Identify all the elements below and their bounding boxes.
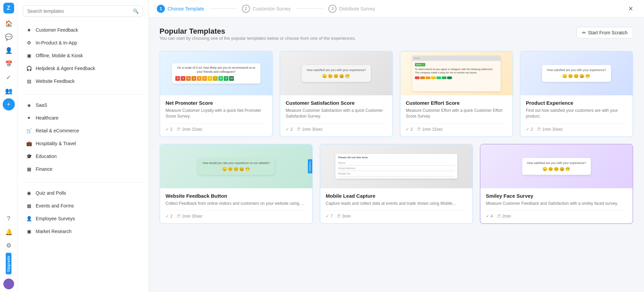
card-title-px: Product Experience xyxy=(526,100,627,106)
sidebar-divider-1 xyxy=(23,94,143,95)
finance-icon: ▦ xyxy=(26,166,32,172)
sidebar-item-offline-mobile[interactable]: ▣ Offline, Mobile & Kiosk xyxy=(23,49,143,62)
meta-questions-px: ✓ 2 xyxy=(526,127,533,132)
step-1-number: 1 xyxy=(157,5,165,13)
upgrade-badge[interactable]: Upgrade xyxy=(6,253,11,274)
sidebar-item-website[interactable]: ▤ Website Feedback xyxy=(23,75,143,88)
meta-time-csat: ⏱ 1min 30sec xyxy=(297,127,323,132)
wizard-step-3[interactable]: 3 Distribute Survey xyxy=(328,5,375,13)
sidebar-item-label: Hospitality & Travel xyxy=(36,141,76,146)
check-icon: ✓ xyxy=(166,214,169,219)
meta-questions-wfb: ✓ 2 xyxy=(166,214,173,219)
template-card-ces[interactable]: Inbox ✓ To what extend do you agree or d… xyxy=(400,51,513,137)
sidebar-item-label: Market Research xyxy=(36,229,72,234)
sidebar-item-customer-feedback[interactable]: ★ Customer Feedback xyxy=(23,24,143,36)
close-button[interactable]: ✕ xyxy=(625,3,636,14)
card-body-nps: Net Promoter Score Measure Customer Loya… xyxy=(160,95,272,136)
use-cases-section: ◉ Quiz and Polls ▦ Events and Forms 👤 Em… xyxy=(23,187,143,238)
nav-calendar-icon[interactable]: 📅 xyxy=(3,58,15,70)
industries-section: ◈ SaaS ✦ Healthcare 🛒 Retail & eCommerce… xyxy=(23,99,143,175)
sidebar-item-retail[interactable]: 🛒 Retail & eCommerce xyxy=(23,124,143,137)
content-title: Popular Templates xyxy=(159,27,356,36)
nav-bell-icon[interactable]: 🔔 xyxy=(3,226,15,238)
nav-home-icon[interactable]: 🏠 xyxy=(3,18,15,30)
template-card-nps[interactable]: On a scale of 0-10, how likely are you t… xyxy=(159,51,273,137)
card-preview-sfs: How satisfied are you with your experien… xyxy=(480,144,633,188)
wizard-step-2[interactable]: 2 Customize Survey xyxy=(242,5,291,13)
sidebar-item-education[interactable]: 🎓 Education xyxy=(23,150,143,163)
nav-plus-icon[interactable]: + xyxy=(3,98,15,110)
time-value: 3min xyxy=(342,214,351,219)
check-icon: ✓ xyxy=(166,127,169,132)
app-logo[interactable]: Z xyxy=(3,3,14,13)
template-card-mlc[interactable]: Please fill out this form Name Email Add… xyxy=(320,144,473,224)
sidebar-item-helpdesk[interactable]: 🎧 Helpdesk & Agent Feedback xyxy=(23,62,143,75)
sidebar-item-label: Healthcare xyxy=(36,115,59,121)
website-icon: ▤ xyxy=(26,78,32,85)
app-navigation: Z 🏠 💬 👤 📅 ✓ 👥 + ? 🔔 ⚙ Upgrade xyxy=(0,0,17,292)
time-value: 2min xyxy=(502,214,511,219)
questions-count: 2 xyxy=(290,127,293,132)
feedback-tab: Feedback xyxy=(308,159,312,173)
card-body-wfb: Website Feedback Button Collect Feedback… xyxy=(160,188,312,224)
nav-check-icon[interactable]: ✓ xyxy=(3,71,15,84)
time-value: 1min 30sec xyxy=(302,127,323,132)
px-preview-text: How satisfied are you with your experien… xyxy=(547,68,606,72)
template-card-wfb[interactable]: How would you rate your experience on ou… xyxy=(159,144,313,224)
nps-scale: 0 1 2 3 4 5 6 7 8 9 10 xyxy=(175,76,257,81)
questions-count: 4 xyxy=(491,214,493,219)
sidebar-item-quiz-polls[interactable]: ◉ Quiz and Polls xyxy=(23,187,143,199)
check-icon: ✓ xyxy=(526,127,529,132)
meta-questions-sfs: ✓ 4 xyxy=(486,214,493,219)
sidebar-item-saas[interactable]: ◈ SaaS xyxy=(23,99,143,111)
sidebar-item-hospitality[interactable]: 💼 Hospitality & Travel xyxy=(23,137,143,150)
card-preview-wfb: How would you rate your experience on ou… xyxy=(160,144,312,188)
clock-icon: ⏱ xyxy=(337,214,341,219)
card-meta-ces: ✓ 2 ⏱ 1min 15sec xyxy=(406,123,507,132)
sidebar-item-label: In-Product & In-App xyxy=(36,40,77,45)
sidebar-item-label: Quiz and Polls xyxy=(36,190,66,196)
csat-emojis: 😞😐😊😀😁 xyxy=(307,74,366,78)
sfs-emojis: 😞😐😊😀😁 xyxy=(527,167,586,171)
nav-settings-icon[interactable]: ⚙ xyxy=(3,239,15,252)
template-card-px[interactable]: How satisfied are you with your experien… xyxy=(520,51,633,137)
start-scratch-label: Start From Scratch xyxy=(588,30,628,35)
nav-group-icon[interactable]: 👥 xyxy=(3,85,15,97)
user-avatar[interactable] xyxy=(3,279,14,289)
meta-time-px: ⏱ 1min 30sec xyxy=(537,127,563,132)
kiosk-icon: ▣ xyxy=(26,52,32,59)
search-box[interactable]: 🔍 xyxy=(23,5,143,17)
card-desc-mlc: Capture leads and collect data at events… xyxy=(326,201,467,206)
form-field-mobile: Mobile No. xyxy=(338,171,455,176)
sidebar-item-label: Events and Forms xyxy=(36,203,74,208)
nav-help-icon[interactable]: ? xyxy=(3,213,15,225)
nps-preview-text: On a scale of 0-10, how likely are you t… xyxy=(175,66,257,74)
wizard-line-1 xyxy=(210,8,237,9)
step-2-label: Customize Survey xyxy=(253,6,291,11)
sidebar-item-market-research[interactable]: ▣ Market Research xyxy=(23,225,143,238)
nav-users-icon[interactable]: 👤 xyxy=(3,44,15,57)
card-title-sfs: Smiley Face Survey xyxy=(486,193,627,199)
wizard-step-1[interactable]: 1 Choose Template xyxy=(157,5,204,13)
categories-section: ★ Customer Feedback ⚙ In-Product & In-Ap… xyxy=(23,24,143,88)
template-card-sfs[interactable]: How satisfied are you with your experien… xyxy=(480,144,633,224)
card-body-csat: Customer Satisfaction Score Measure Cust… xyxy=(280,95,392,136)
template-card-csat[interactable]: How satisfied are you with your experien… xyxy=(280,51,393,137)
start-from-scratch-button[interactable]: ✏ Start From Scratch xyxy=(576,27,633,38)
step-1-label: Choose Template xyxy=(168,6,204,11)
search-input[interactable] xyxy=(27,8,130,14)
sidebar-item-in-product[interactable]: ⚙ In-Product & In-App xyxy=(23,36,143,49)
card-desc-px: Find out how satisfied your customers ar… xyxy=(526,108,627,119)
card-desc-csat: Measure Customer Satisfaction with a qui… xyxy=(286,108,387,119)
clock-icon: ⏱ xyxy=(497,214,501,219)
sidebar-item-finance[interactable]: ▦ Finance xyxy=(23,163,143,175)
sidebar-item-healthcare[interactable]: ✦ Healthcare xyxy=(23,111,143,124)
sidebar-item-events-forms[interactable]: ▦ Events and Forms xyxy=(23,199,143,212)
page-title: Popular Templates You can start by choos… xyxy=(159,27,356,49)
px-emojis: 😞😐😊😀😁 xyxy=(547,74,606,78)
nav-chat-icon[interactable]: 💬 xyxy=(3,31,15,43)
mlc-form-title: Please fill out this form xyxy=(338,156,455,159)
sidebar-item-employee-surveys[interactable]: 👤 Employee Surveys xyxy=(23,212,143,225)
wizard-header: 1 Choose Template 2 Customize Survey 3 D… xyxy=(149,0,644,18)
wfb-emojis: 😞😐😊😀😁 xyxy=(203,167,270,171)
